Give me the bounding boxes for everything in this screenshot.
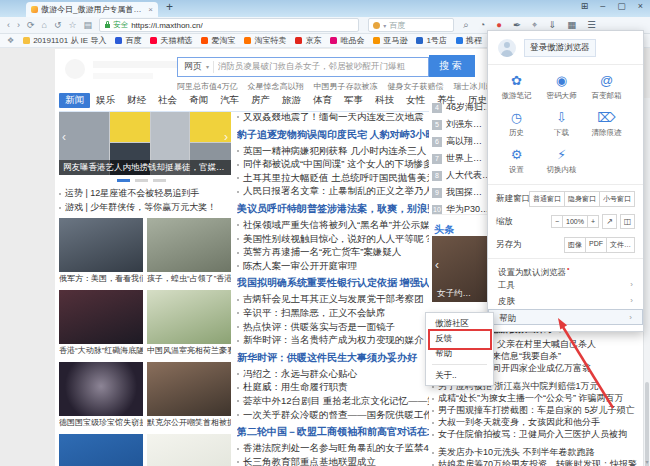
quick-search-box[interactable]: ▾ 百度 xyxy=(368,18,454,32)
thumbnail-item[interactable]: 德国国宝级珍宝馆失窃损失… xyxy=(59,362,143,428)
category-tab[interactable]: 旅游 xyxy=(276,93,307,108)
save-as-option-button[interactable]: PDF xyxy=(585,237,607,253)
news-item[interactable]: 成精“处长”为撩女主播一个“公众号” 诈骗两百万 xyxy=(432,392,643,404)
headline[interactable]: 美议员呼吁特朗普签涉港法案，耿爽，别浪费美… xyxy=(237,201,429,216)
bookmark-item[interactable]: 携程 xyxy=(456,35,482,46)
fullscreen-icon[interactable]: ↗ xyxy=(602,214,617,229)
thumbnail-caption[interactable]: 俄军方：美国，看看我们的… xyxy=(59,274,143,284)
save-as-option-button[interactable]: 文件… xyxy=(606,237,635,253)
news-item[interactable]: 大叔一到冬天就变身，女孩因此和他分手 xyxy=(432,416,643,428)
headline[interactable]: 美国性别歧视触目惊心，说好的人人平等呢？ xyxy=(237,232,429,246)
thumbnail-image[interactable] xyxy=(59,434,143,466)
headline[interactable]: 陈杰人案一审公开开庭审理 xyxy=(237,259,429,273)
search-engine-icon[interactable] xyxy=(373,22,380,29)
category-tab[interactable]: 新闻 xyxy=(59,93,90,108)
zoom-in-button[interactable]: + xyxy=(587,215,599,228)
shortcut-item[interactable]: ◷ 历史 xyxy=(494,110,539,138)
thumbnail-image[interactable] xyxy=(147,218,231,272)
carousel-next-icon[interactable]: › xyxy=(224,130,228,144)
headline[interactable]: 杜庭威：用生命履行职责 xyxy=(237,380,429,394)
category-tab[interactable]: 体育 xyxy=(307,93,338,108)
new-window-option-button[interactable]: 普通窗口 xyxy=(529,191,565,207)
thumbnail-image[interactable] xyxy=(147,290,231,344)
split-screen-icon[interactable]: ◫ xyxy=(620,214,635,229)
thumbnail-item[interactable] xyxy=(59,434,143,466)
new-window-option-button[interactable]: 小号窗口 xyxy=(599,191,635,207)
shortcut-icon[interactable]: @ xyxy=(584,73,629,89)
avatar[interactable] xyxy=(498,39,516,57)
bookmark-item[interactable]: 20191101 从 IE 导入 xyxy=(23,35,106,46)
headline[interactable]: 吉炳轩会见土耳其正义与发展党干部考察团 xyxy=(237,292,429,306)
search-button[interactable]: 搜索 xyxy=(429,55,475,77)
thumbnail-item[interactable]: 俄军方：美国，看看我们的… xyxy=(59,218,143,284)
headline[interactable]: 新华时评：当名贵特产成为权力变现的媒介 xyxy=(237,333,429,347)
thumbnail-caption[interactable]: 中国风温室亮相荷兰豪赛电… xyxy=(147,346,231,356)
headline[interactable]: 荟萃中外12台剧目 重拾老北京文化记忆——第三届老舍戏… xyxy=(237,394,429,408)
login-link[interactable]: 登录傲游浏览器 xyxy=(524,39,596,57)
headline[interactable]: 热点快评：供暖落实与否是一面镜子 xyxy=(237,320,429,334)
carousel-caption[interactable]: 网友曝香港艺人内地捞钱却挺暴徒，官媒… xyxy=(59,160,231,175)
menu-row[interactable]: 帮助 › xyxy=(488,309,643,325)
news-carousel[interactable]: ‹ › 网友曝香港艺人内地捞钱却挺暴徒，官媒… xyxy=(59,112,231,175)
bookmark-item[interactable]: 淘宝特卖 xyxy=(244,35,286,46)
news-item[interactable]: 美发店办卡10元洗头 不到半年卷款跑路 xyxy=(432,446,643,458)
headline[interactable]: 英国一精神病嫌犯刚获释 几小时内连杀三人 xyxy=(237,144,429,158)
shortcut-icon[interactable]: ⚡ xyxy=(539,147,584,163)
favorites-panel-icon[interactable]: ❖ xyxy=(7,36,14,45)
headline[interactable]: 长三角教育部重点基地联盟成立 xyxy=(237,455,429,466)
thumbnail-caption[interactable]: 德国国宝级珍宝馆失窃损失… xyxy=(59,418,143,428)
engine-caret-icon[interactable]: ▾ xyxy=(383,22,386,29)
thumbnail-caption[interactable]: 香港“大动脉”红磡海底隧… xyxy=(59,346,143,356)
new-window-option-button[interactable]: 隐身窗口 xyxy=(564,191,600,207)
bookmark-item[interactable]: 百度 xyxy=(115,35,141,46)
hot-link[interactable]: 众星悼念高以翔 xyxy=(247,81,303,92)
shortcut-item[interactable]: ⚙ 设置 xyxy=(494,147,539,175)
search-query-text[interactable]: 消防员凌晨破门救自杀女子，邻居被吵醒开门爆粗 xyxy=(218,61,422,73)
category-tab[interactable]: 房产 xyxy=(245,93,276,108)
browser-tab[interactable]: 傲游今日_傲游用户专属首… × xyxy=(26,2,158,17)
headline[interactable]: 一次关乎群众冷暖的督查——国务院供暖工作督查侧记 xyxy=(237,408,429,422)
carousel-dots[interactable] xyxy=(117,179,166,182)
bookmark-item[interactable]: 唯品会 xyxy=(330,35,364,46)
category-tab[interactable]: 科技 xyxy=(369,93,400,108)
category-tab[interactable]: 财经 xyxy=(121,93,152,108)
shortcut-icon[interactable]: ⌦ xyxy=(584,110,629,126)
headline[interactable]: 豹子追逐宠物狗误闯印度民宅 人豹对峙3小时 xyxy=(237,127,429,142)
ranking-text[interactable]: 刘强东… xyxy=(446,118,482,131)
ranking-text[interactable]: 46岁海归… xyxy=(446,101,492,114)
url-text[interactable]: https://i.maxthon.cn/ xyxy=(131,21,203,30)
hot-link[interactable]: 中国男子存款被冻 xyxy=(313,81,377,92)
category-caret-icon[interactable]: ▾ xyxy=(206,63,209,70)
save-as-option-button[interactable]: 图像 xyxy=(564,237,586,253)
thumbnail-image[interactable] xyxy=(59,362,143,416)
thumbnail-item[interactable] xyxy=(147,434,231,466)
shortcut-icon[interactable]: ◷ xyxy=(494,110,539,126)
headline[interactable]: 冯绍之：永远与群众心贴心 xyxy=(237,367,429,381)
headline[interactable]: 英警方再逮捕一名“死亡货车”案嫌疑人 xyxy=(237,245,429,259)
category-tab[interactable]: 汽车 xyxy=(214,93,245,108)
nav-button-icon[interactable]: ↺ xyxy=(54,20,62,30)
nav-button-icon[interactable]: ⟳ xyxy=(27,20,35,30)
hot-link[interactable]: 健身女子获赔偿 xyxy=(387,81,443,92)
nav-button-icon[interactable]: › xyxy=(17,20,20,30)
category-tab[interactable]: 娱乐 xyxy=(90,93,121,108)
left-link[interactable]: 运势 | 12星座谁不会被轻易追到手 xyxy=(59,186,231,200)
headline[interactable]: 香港法院判处一名参与旺角暴乱的女子监禁46个月 xyxy=(237,441,429,455)
headline[interactable]: 土耳其里拉大幅贬值 土总统呼吁国民抛售美元 xyxy=(237,171,429,185)
shortcut-icon[interactable]: ⇩ xyxy=(539,110,584,126)
headline[interactable]: 社保领域严重失信将被列入“黑名单”并公示媒体 xyxy=(237,218,429,232)
carousel-prev-icon[interactable]: ‹ xyxy=(62,130,66,144)
shortcut-item[interactable]: ⇩ 下载 xyxy=(539,110,584,138)
nav-button-icon[interactable]: ⌂ xyxy=(42,20,47,30)
thumbnail-image[interactable] xyxy=(147,434,231,466)
thumbnail-item[interactable]: 中国风温室亮相荷兰豪赛电… xyxy=(147,290,231,356)
scrollbar-thumb[interactable] xyxy=(645,382,649,466)
address-bar[interactable]: 安全 https://i.maxthon.cn/ xyxy=(99,18,359,32)
shortcut-icon[interactable]: ◉ xyxy=(539,73,584,89)
tab-close-icon[interactable]: × xyxy=(148,5,153,14)
thumbnail-item[interactable]: 孩子，蝗虫“占领了”香港… xyxy=(147,218,231,284)
category-tab[interactable]: 军事 xyxy=(338,93,369,108)
news-item[interactable]: 姑娘卖房筹70万给男友投资，转账时发现：快报警 xyxy=(432,458,643,466)
toolbar-icon[interactable]: ◔ xyxy=(479,19,485,31)
headline[interactable]: 辛识平：扫黑除恶，正义不会缺席 xyxy=(237,306,429,320)
